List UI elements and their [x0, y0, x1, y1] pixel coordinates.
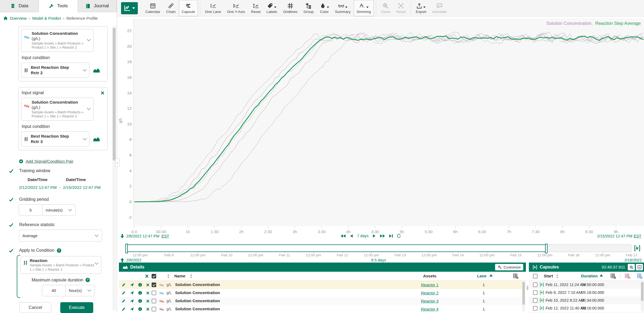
display-type-selector-button[interactable] — [121, 2, 138, 14]
edit-item-icon[interactable] — [122, 299, 126, 303]
toolbar-button-color[interactable]: Color — [317, 0, 332, 16]
toolbar-button-labels[interactable]: Labels — [264, 0, 280, 16]
gridding-period-unit-select[interactable]: minute(s) — [42, 204, 76, 216]
breadcrumb-link-overview[interactable]: Overview — [10, 16, 27, 21]
gridding-period-value-input[interactable] — [19, 204, 42, 216]
sort-icon[interactable] — [167, 274, 170, 278]
details-scrollbar[interactable] — [522, 281, 525, 312]
item-info-icon[interactable] — [138, 283, 142, 287]
send-to-display-icon[interactable] — [130, 291, 134, 295]
execute-button[interactable]: Execute — [60, 302, 93, 313]
help-icon[interactable]: ? — [57, 248, 61, 253]
select-all-checkbox[interactable] — [152, 274, 156, 278]
trend-plot[interactable]: 0.000:301h1:302h2:303h3:304h4:305h5:306h… — [117, 16, 644, 242]
remove-item-icon[interactable] — [146, 283, 149, 287]
send-to-display-icon[interactable] — [130, 299, 134, 303]
view-capsules-chart-icon[interactable] — [93, 137, 100, 142]
collapse-capsules-button[interactable] — [636, 264, 643, 270]
item-info-icon[interactable] — [138, 291, 142, 295]
condition-select[interactable]: Best Reaction Step Rctr 2 — [21, 63, 89, 78]
training-window-range[interactable]: 2/12/2022 12:47 PM-2/15/2022 12:47 PM — [19, 185, 111, 190]
toolbar-button-summary[interactable]: Summary — [332, 0, 353, 16]
remove-item-icon[interactable] — [146, 291, 149, 295]
asset-link[interactable]: Reactor 3 — [409, 299, 450, 303]
auto-update-icon[interactable] — [397, 234, 401, 238]
toolbar-button-capsule[interactable]: Capsule — [179, 0, 198, 16]
item-info-icon[interactable] — [138, 299, 142, 303]
row-checkbox[interactable] — [152, 291, 156, 295]
toolbar-button-reset[interactable]: Reset — [248, 0, 263, 16]
send-to-display-icon[interactable] — [130, 283, 134, 287]
toolbar-button-gridlines[interactable]: Gridlines — [281, 0, 300, 16]
reference-statistic-select[interactable]: Average — [19, 230, 102, 241]
cancel-button[interactable]: Cancel — [19, 302, 51, 313]
item-info-icon[interactable] — [138, 307, 142, 311]
toolbar-button-group[interactable]: Group — [301, 0, 316, 16]
remove-all-items-icon[interactable] — [145, 274, 149, 278]
column-header-lane[interactable]: Lane — [477, 274, 486, 278]
signal-select[interactable]: Solution Concentration (g/L)Sample Asset… — [21, 98, 94, 121]
collapse-sidebar-button[interactable]: ‹ — [115, 159, 120, 167]
zoom-to-capsule-button[interactable] — [628, 264, 635, 270]
customize-button[interactable]: Customize — [495, 264, 523, 270]
add-condition-column-button[interactable] — [637, 273, 643, 279]
step-forward-icon[interactable] — [372, 234, 376, 238]
select-all-capsules-checkbox[interactable] — [533, 274, 538, 278]
step-forward-full-icon[interactable] — [380, 234, 385, 238]
capsule-row[interactable]: Feb 10, 2022 8:22 AM05:34:00.000 — [529, 297, 644, 305]
tab-journal[interactable]: Journal — [78, 0, 117, 12]
column-header-name[interactable]: Name — [174, 274, 185, 278]
tab-tools[interactable]: Tools — [39, 0, 78, 12]
asset-link[interactable]: Reactor 1 — [409, 283, 450, 287]
add-column-button[interactable] — [610, 273, 616, 279]
row-checkbox[interactable] — [152, 283, 156, 287]
capsule-checkbox[interactable] — [533, 306, 538, 311]
panel-resize-handle[interactable] — [526, 285, 529, 290]
sort-ascending-icon[interactable] — [489, 274, 493, 277]
capsule-row[interactable]: Feb 12, 2022 11:40 AM06:16:00.000 — [529, 304, 644, 312]
help-icon[interactable]: ? — [85, 278, 90, 282]
signal-select[interactable]: Solution Concentration (g/L)Sample Asset… — [21, 29, 94, 52]
max-capsule-duration-unit-select[interactable]: hour(s) — [66, 285, 95, 296]
trend-chart[interactable]: 0.000:301h1:302h2:303h3:304h4:305h5:306h… — [117, 16, 644, 242]
asset-link[interactable]: Reactor 4 — [409, 307, 450, 311]
remove-pair-icon[interactable] — [101, 91, 104, 95]
sort-ascending-icon[interactable] — [600, 274, 603, 277]
max-capsule-duration-value-input[interactable] — [42, 285, 66, 296]
add-signal-column-button[interactable] — [625, 273, 630, 279]
edit-item-icon[interactable] — [122, 307, 126, 311]
breadcrumb-link-model-predict[interactable]: Model & Predict — [32, 16, 61, 21]
capsule-row[interactable]: Feb 9, 2022 7:10 AM05:18:00.000 — [529, 289, 644, 297]
capsule-lane-icon[interactable] — [634, 245, 640, 251]
toolbar-button-dimming[interactable]: Dimming — [354, 0, 373, 16]
step-to-end-icon[interactable] — [389, 234, 393, 238]
asset-link[interactable]: Reactor 2 — [409, 291, 450, 295]
step-back-full-icon[interactable] — [340, 234, 346, 238]
details-row[interactable]: g/LSolution ConcentrationReactor 11 — [119, 281, 526, 289]
display-range-duration[interactable]: 7 days — [357, 234, 369, 238]
details-row[interactable]: g/LSolution ConcentrationReactor 41 — [119, 305, 526, 313]
view-capsules-chart-icon[interactable] — [93, 68, 100, 73]
toolbar-button-one-lane[interactable]: One Lane — [202, 0, 224, 16]
row-checkbox[interactable] — [152, 299, 156, 303]
sort-icon[interactable] — [556, 274, 559, 278]
apply-condition-select[interactable]: Reaction Sample Assets » Batch Products … — [20, 256, 101, 274]
timezone-link[interactable]: EST — [162, 234, 169, 238]
sidebar-scrollbar[interactable] — [112, 26, 116, 311]
investigate-left-handle[interactable] — [125, 244, 128, 253]
investigate-selected-region[interactable] — [126, 244, 546, 252]
capsule-row[interactable]: Feb 11, 2022 11:24 AM04:50:00.000 — [529, 281, 644, 289]
capsule-checkbox[interactable] — [533, 283, 538, 287]
row-checkbox[interactable] — [152, 307, 156, 311]
toolbar-button-export[interactable]: Export — [413, 0, 429, 16]
column-header-start[interactable]: Start — [544, 274, 553, 278]
send-to-display-icon[interactable] — [130, 307, 134, 311]
toolbar-button-calendar[interactable]: Calendar — [143, 0, 163, 16]
edit-item-icon[interactable] — [122, 283, 126, 287]
toolbar-button-chain[interactable]: Chain — [163, 0, 178, 16]
home-icon[interactable] — [3, 16, 8, 20]
tab-data[interactable]: Data — [0, 0, 39, 12]
investigate-range-track[interactable] — [126, 244, 631, 252]
toolbar-button-one-y-axis[interactable]: One Y-Axis — [224, 0, 248, 16]
add-column-button[interactable] — [513, 273, 519, 279]
